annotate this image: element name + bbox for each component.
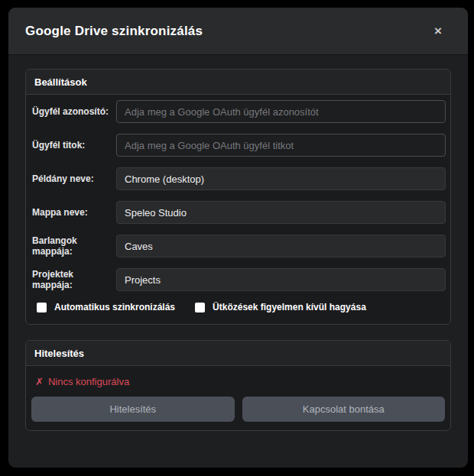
disconnect-button[interactable]: Kapcsolat bontása <box>242 397 446 422</box>
auto-sync-checkbox-box[interactable] <box>37 303 47 312</box>
settings-section-header: Beállítások <box>26 70 450 95</box>
folder-name-label: Mappa neve: <box>31 207 116 218</box>
projects-folder-input[interactable] <box>116 268 446 291</box>
auto-sync-checkbox-label: Automatikus szinkronizálás <box>54 302 175 312</box>
client-secret-label: Ügyfél titok: <box>31 140 116 151</box>
field-row-client-id: Ügyfél azonosító: <box>31 100 446 123</box>
caves-folder-input[interactable] <box>116 235 446 257</box>
dialog-header: Google Drive szinkronizálás × <box>8 8 468 55</box>
folder-name-input[interactable] <box>116 201 446 224</box>
auth-button-row: Hitelesítés Kapcsolat bontása <box>26 387 450 430</box>
authenticate-button[interactable]: Hitelesítés <box>31 397 235 422</box>
field-row-projects-folder: Projektek mappája: <box>31 268 446 291</box>
caves-folder-label: Barlangok mappája: <box>31 235 116 257</box>
field-row-client-secret: Ügyfél titok: <box>31 134 446 157</box>
google-drive-sync-dialog: Google Drive szinkronizálás × Beállításo… <box>8 8 468 468</box>
dialog-title: Google Drive szinkronizálás <box>25 24 203 39</box>
field-row-caves-folder: Barlangok mappája: <box>31 235 446 257</box>
ignore-conflicts-checkbox-box[interactable] <box>195 303 205 312</box>
ignore-conflicts-checkbox[interactable]: Ütközések figyelmen kívül hagyása <box>195 302 366 312</box>
auth-section: Hitelesítés ✗ Nincs konfigurálva Hiteles… <box>25 340 451 431</box>
field-row-folder-name: Mappa neve: <box>31 201 446 224</box>
checkbox-row: Automatikus szinkronizálás Ütközések fig… <box>31 302 446 312</box>
instance-name-label: Példány neve: <box>31 173 116 184</box>
error-x-icon: ✗ <box>35 376 44 387</box>
projects-folder-label: Projektek mappája: <box>31 269 116 291</box>
instance-name-input[interactable] <box>116 167 446 190</box>
client-id-label: Ügyfél azonosító: <box>31 106 116 117</box>
auth-status: ✗ Nincs konfigurálva <box>26 366 450 387</box>
dialog-body: Beállítások Ügyfél azonosító: Ügyfél tit… <box>8 55 468 431</box>
field-row-instance-name: Példány neve: <box>31 167 446 190</box>
auth-status-text: Nincs konfigurálva <box>48 376 129 387</box>
settings-section: Beállítások Ügyfél azonosító: Ügyfél tit… <box>25 69 451 325</box>
auth-section-header: Hitelesítés <box>26 341 450 366</box>
ignore-conflicts-checkbox-label: Ütközések figyelmen kívül hagyása <box>213 302 366 312</box>
client-id-input[interactable] <box>116 100 446 123</box>
settings-section-body: Ügyfél azonosító: Ügyfél titok: Példány … <box>26 95 450 324</box>
auto-sync-checkbox[interactable]: Automatikus szinkronizálás <box>37 302 175 312</box>
client-secret-input[interactable] <box>116 134 446 157</box>
close-icon[interactable]: × <box>434 24 442 37</box>
